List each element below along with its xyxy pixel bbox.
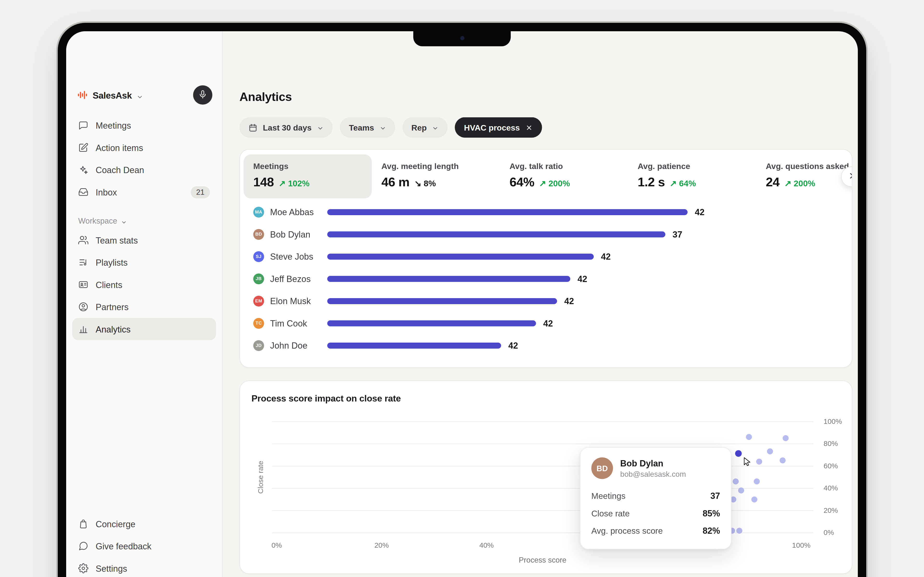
x-tick-label: 100%	[792, 541, 811, 550]
stat-tile-meetings[interactable]: Meetings148↗ 102%	[244, 155, 372, 198]
sidebar-item-playlists[interactable]: Playlists	[72, 251, 216, 274]
tooltip-row-value: 85%	[703, 508, 720, 518]
stat-tile-avg-patience[interactable]: Avg. patience1.2 s↗ 64%	[628, 155, 756, 198]
scatter-point[interactable]	[756, 458, 762, 464]
tooltip-row: Avg. process score 82%	[591, 522, 720, 539]
close-icon[interactable]	[525, 124, 533, 132]
tooltip-email: bob@salesask.com	[620, 470, 686, 478]
y-tick-label: 40%	[824, 484, 850, 492]
metrics-card: Meetings148↗ 102%Avg. meeting length46 m…	[239, 149, 853, 368]
scatter-point[interactable]	[738, 487, 744, 493]
stat-tile-avg-meeting-length[interactable]: Avg. meeting length46 m↘ 8%	[372, 155, 500, 198]
note-icon	[78, 143, 89, 153]
sidebar-item-settings[interactable]: Settings	[72, 557, 216, 577]
sidebar-item-clients[interactable]: Clients	[72, 274, 216, 296]
chevron-down-icon	[317, 124, 324, 131]
partners-icon	[78, 302, 89, 312]
workspace-section-label[interactable]: Workspace	[78, 216, 210, 226]
bar	[327, 276, 570, 282]
scatter-point[interactable]	[754, 479, 760, 484]
bar-value: 42	[509, 340, 518, 350]
bar-row-john-doe[interactable]: JDJohn Doe42	[254, 334, 852, 356]
meetings-bar-chart: MAMoe Abbas42BDBob Dylan37SJSteve Jobs42…	[240, 198, 852, 367]
scatter-point[interactable]	[746, 434, 752, 440]
scatter-point[interactable]	[782, 435, 788, 441]
active-filter-chip-hvac-process[interactable]: HVAC process	[455, 117, 542, 138]
app-logo[interactable]: SalesAsk	[77, 90, 143, 100]
chevron-down-icon	[432, 124, 439, 131]
x-tick-label: 20%	[375, 541, 389, 550]
bar-row-moe-abbas[interactable]: MAMoe Abbas42	[254, 201, 852, 223]
bar-value: 37	[672, 229, 682, 239]
scatter-plot: Close rate Process score BD Bob Dylan bo…	[272, 421, 813, 533]
scatter-point-highlighted[interactable]	[735, 450, 742, 457]
bar-row-tim-cook[interactable]: TCTim Cook42	[254, 312, 852, 334]
concierge-icon	[78, 519, 89, 529]
sidebar-item-coach-dean[interactable]: Coach Dean	[72, 159, 216, 181]
sidebar-item-inbox[interactable]: Inbox21	[72, 181, 216, 203]
sidebar-item-label: Give feedback	[96, 541, 152, 551]
microphone-button[interactable]	[193, 85, 212, 105]
y-tick-label: 100%	[824, 417, 850, 425]
bar-row-jeff-bezos[interactable]: JBJeff Bezos42	[254, 268, 852, 290]
stat-label: Avg. patience	[638, 162, 747, 171]
app-name: SalesAsk	[93, 90, 132, 100]
filter-chip-label: Last 30 days	[263, 123, 312, 132]
sidebar-item-give-feedback[interactable]: Give feedback	[72, 535, 216, 557]
filter-chip-teams[interactable]: Teams	[340, 117, 395, 138]
avatar: BD	[254, 229, 264, 239]
sidebar-item-concierge[interactable]: Concierge	[72, 513, 216, 535]
stat-tile-avg-talk-ratio[interactable]: Avg. talk ratio64%↗ 200%	[500, 155, 628, 198]
avatar: JD	[254, 340, 264, 351]
stat-value: 24	[766, 175, 780, 189]
scatter-title: Process score impact on close rate	[252, 393, 852, 403]
stat-label: Avg. talk ratio	[510, 162, 619, 171]
microphone-icon	[198, 89, 208, 101]
app-window: SalesAsk MeetingsAction itemsCoach DeanI…	[66, 31, 858, 577]
scatter-point[interactable]	[751, 496, 757, 502]
rep-name: John Doe	[270, 340, 328, 350]
bar-value: 42	[543, 318, 553, 328]
sidebar-item-label: Team stats	[96, 235, 138, 245]
clients-icon	[78, 280, 89, 290]
sidebar-item-meetings[interactable]: Meetings	[72, 114, 216, 137]
camera-dot	[460, 36, 464, 40]
playlist-icon	[78, 257, 89, 268]
tooltip-row-label: Avg. process score	[591, 525, 663, 535]
sidebar-item-label: Meetings	[96, 121, 131, 130]
tooltip-row-value: 82%	[703, 525, 720, 535]
tooltip-header: BD Bob Dylan bob@salesask.com	[591, 458, 720, 479]
y-axis-title: Close rate	[257, 460, 265, 493]
filter-chip-rep[interactable]: Rep	[402, 117, 448, 138]
inbox-icon	[78, 187, 89, 197]
desktop: SalesAsk MeetingsAction itemsCoach DeanI…	[0, 0, 924, 577]
avatar: SJ	[254, 251, 264, 262]
scatter-card: Process score impact on close rate Close…	[239, 380, 853, 574]
chevron-down-icon	[137, 92, 144, 98]
feedback-icon	[78, 541, 89, 551]
sidebar-nav-workspace: Team statsPlaylistsClientsPartnersAnalyt…	[72, 229, 216, 340]
avatar: BD	[591, 458, 613, 479]
bar-row-steve-jobs[interactable]: SJSteve Jobs42	[254, 245, 852, 268]
bar-row-elon-musk[interactable]: EMElon Musk42	[254, 290, 852, 312]
sidebar-item-team-stats[interactable]: Team stats	[72, 229, 216, 251]
bar-value: 42	[695, 207, 704, 217]
bar-row-bob-dylan[interactable]: BDBob Dylan37	[254, 223, 852, 245]
scatter-point[interactable]	[767, 448, 773, 455]
sidebar-item-analytics[interactable]: Analytics	[72, 318, 216, 340]
sidebar-item-partners[interactable]: Partners	[72, 296, 216, 318]
tooltip-identity: Bob Dylan bob@salesask.com	[620, 458, 686, 478]
stat-value: 46 m	[381, 175, 410, 189]
stat-delta: ↘ 8%	[414, 179, 436, 188]
users-icon	[78, 235, 89, 245]
calendar-icon	[249, 123, 258, 132]
scatter-point[interactable]	[733, 479, 739, 484]
avatar: MA	[254, 206, 264, 218]
sidebar-item-action-items[interactable]: Action items	[72, 137, 216, 159]
cursor-pointer-icon	[742, 456, 753, 467]
rep-name: Moe Abbas	[270, 207, 328, 217]
stat-tile-avg-questions-asked[interactable]: Avg. questions asked24↗ 200%	[756, 155, 853, 198]
filter-chip-last-30-days[interactable]: Last 30 days	[239, 117, 333, 138]
scatter-point[interactable]	[780, 457, 786, 463]
x-tick-label: 40%	[479, 541, 494, 550]
